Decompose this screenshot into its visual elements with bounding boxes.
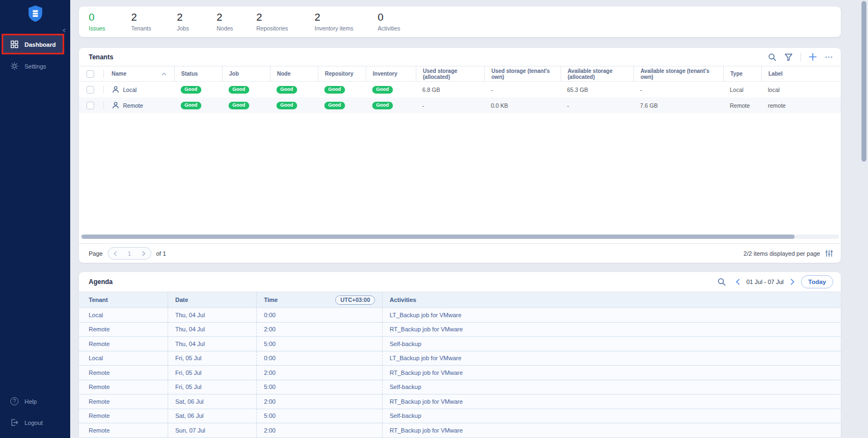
column-header-available-own[interactable]: Available storage (tenant's own) (633, 66, 723, 81)
column-header-label[interactable]: Label (761, 66, 841, 81)
tenant-row-remote[interactable]: Remote Good Good Good Good Good - 0.0 KB… (79, 97, 841, 113)
stat-label: Issues (89, 25, 131, 32)
stat-inventory-items[interactable]: 2 Inventory items (315, 12, 378, 32)
column-header-tenant[interactable]: Tenant (79, 292, 168, 307)
tenant-name: Remote (123, 102, 143, 109)
date-range-label: 01 Jul - 07 Jul (747, 279, 784, 285)
agenda-activity: Self-backup (390, 412, 421, 419)
available-storage-own-value: - (640, 87, 642, 93)
tenants-pagination-bar: Page 1 of 1 2/2 items displayed per page (79, 243, 841, 263)
agenda-row[interactable]: Remote Thu, 04 Jul 5:00 Self-backup (79, 337, 841, 351)
agenda-activity: RT_Backup job for VMware (390, 369, 463, 376)
tenants-table-header-row: Name Status Job Node Repository Inventor… (79, 66, 841, 82)
stat-issues[interactable]: 0 Issues (89, 12, 131, 32)
current-page-input[interactable]: 1 (128, 250, 131, 257)
column-header-name[interactable]: Name (104, 66, 174, 81)
tenants-panel-header: Tenants (79, 48, 841, 66)
previous-page-icon[interactable] (113, 251, 118, 256)
agenda-time: 2:00 (264, 369, 275, 376)
page-vertical-scrollbar[interactable] (861, 1, 866, 162)
stat-label: Jobs (177, 25, 217, 32)
agenda-row[interactable]: Local Thu, 04 Jul 0:00 LT_Backup job for… (79, 308, 841, 323)
total-pages-label: of 1 (156, 250, 166, 257)
node-status-badge: Good (276, 102, 297, 109)
column-header-used-own[interactable]: Used storage (tenant's own) (484, 66, 561, 81)
utc-offset-badge[interactable]: UTC+03:00 (335, 295, 375, 305)
column-header-activities[interactable]: Activities (382, 292, 841, 307)
column-header-repository[interactable]: Repository (318, 66, 366, 81)
sidebar-item-dashboard[interactable]: Dashboard (3, 35, 64, 53)
dashboard-grid-icon (10, 40, 19, 48)
select-all-checkbox[interactable] (87, 70, 94, 78)
search-button[interactable] (768, 53, 777, 61)
agenda-time: 2:00 (264, 326, 275, 332)
previous-week-icon[interactable] (736, 279, 740, 285)
stat-jobs[interactable]: 2 Jobs (177, 12, 217, 32)
more-actions-button[interactable] (824, 53, 833, 61)
tenant-label: remote (768, 102, 786, 109)
help-icon: ? (10, 397, 19, 405)
stat-value: 2 (177, 12, 217, 22)
ellipsis-icon (824, 53, 833, 61)
agenda-tenant: Remote (89, 398, 110, 405)
agenda-time: 0:00 (264, 355, 275, 361)
column-header-time[interactable]: Time UTC+03:00 (256, 292, 382, 307)
sidebar-item-help[interactable]: ? Help (0, 392, 64, 410)
select-row-checkbox[interactable] (87, 86, 94, 94)
agenda-row[interactable]: Local Fri, 05 Jul 0:00 LT_Backup job for… (79, 351, 841, 366)
available-storage-own-value: 7.6 GB (640, 102, 658, 109)
search-icon (717, 277, 726, 286)
summary-stats-card: 0 Issues 2 Tenants 2 Jobs 2 Nodes 2 Repo… (79, 7, 841, 37)
stat-activities[interactable]: 0 Activities (378, 12, 400, 32)
agenda-row[interactable]: Remote Thu, 04 Jul 2:00 RT_Backup job fo… (79, 323, 841, 337)
agenda-row[interactable]: Remote Fri, 05 Jul 2:00 RT_Backup job fo… (79, 366, 841, 380)
stat-nodes[interactable]: 2 Nodes (217, 12, 256, 32)
column-header-node[interactable]: Node (270, 66, 318, 81)
sidebar-item-label: Settings (24, 63, 46, 70)
stat-value: 2 (256, 12, 315, 22)
agenda-row[interactable]: Remote Sat, 06 Jul 2:00 RT_Backup job fo… (79, 394, 841, 409)
agenda-row[interactable]: Remote Sun, 07 Jul 2:00 RT_Backup job fo… (79, 423, 841, 438)
agenda-tenant: Remote (89, 427, 110, 434)
column-header-job[interactable]: Job (222, 66, 270, 81)
stat-value: 0 (378, 12, 400, 22)
sidebar-item-logout[interactable]: Logout (0, 414, 64, 431)
agenda-tenant: Remote (89, 384, 110, 390)
app-logo[interactable] (0, 4, 70, 23)
tenant-row-local[interactable]: Local Good Good Good Good Good 6.8 GB - … (79, 82, 841, 97)
tenant-user-icon (112, 101, 120, 109)
used-storage-allocated-value: 6.8 GB (422, 87, 440, 93)
sidebar-item-settings[interactable]: Settings (0, 57, 64, 75)
stat-repositories[interactable]: 2 Repositories (256, 12, 315, 32)
column-header-type[interactable]: Type (723, 66, 761, 81)
agenda-tenant: Remote (89, 341, 110, 347)
select-row-checkbox[interactable] (87, 102, 94, 109)
agenda-time: 2:00 (264, 398, 275, 405)
next-week-icon[interactable] (790, 279, 795, 285)
today-button[interactable]: Today (801, 275, 833, 288)
filter-button[interactable] (784, 53, 793, 61)
column-header-date[interactable]: Date (168, 292, 256, 307)
items-per-page-summary: 2/2 items displayed per page (743, 250, 820, 257)
agenda-activity: RT_Backup job for VMware (390, 427, 463, 434)
next-page-icon[interactable] (141, 251, 146, 256)
display-settings-icon[interactable] (825, 249, 833, 257)
add-tenant-button[interactable] (809, 53, 817, 61)
agenda-activity: RT_Backup job for VMware (390, 326, 463, 332)
column-header-available-allocated[interactable]: Available storage (allocated) (561, 66, 633, 81)
agenda-row[interactable]: Remote Sat, 06 Jul 5:00 Self-backup (79, 409, 841, 424)
tenant-type: Remote (730, 102, 750, 109)
agenda-search-button[interactable] (717, 277, 726, 286)
agenda-row[interactable]: Remote Fri, 05 Jul 5:00 Self-backup (79, 380, 841, 395)
table-horizontal-scrollbar[interactable] (82, 235, 795, 239)
sidebar-item-label: Dashboard (24, 41, 56, 48)
column-header-inventory[interactable]: Inventory (366, 66, 416, 81)
stat-tenants[interactable]: 2 Tenants (131, 12, 177, 32)
plus-icon (809, 53, 817, 61)
column-header-used-allocated[interactable]: Used storage (allocated) (416, 66, 484, 81)
sidebar-collapse-icon[interactable] (62, 28, 66, 33)
column-header-status[interactable]: Status (174, 66, 222, 81)
stat-label: Activities (378, 25, 400, 32)
agenda-time: 5:00 (264, 341, 275, 347)
agenda-time: 5:00 (264, 384, 275, 390)
